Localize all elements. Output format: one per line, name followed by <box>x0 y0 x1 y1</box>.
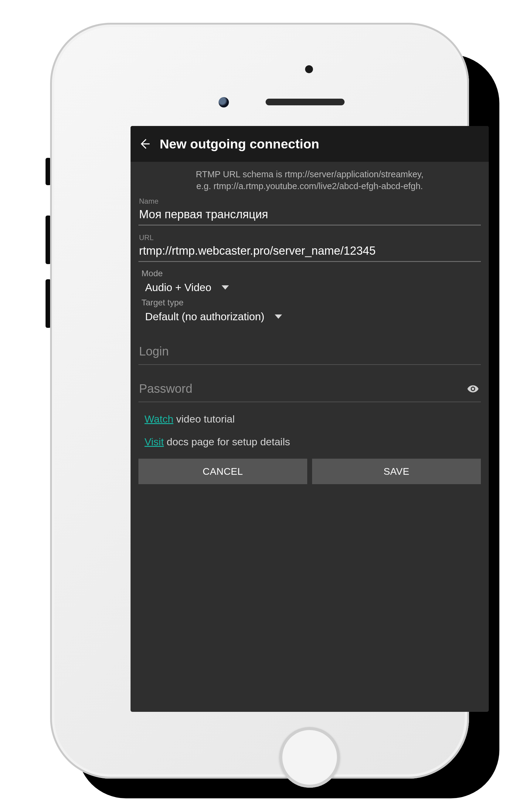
name-input[interactable] <box>138 205 481 226</box>
watch-rest: video tutorial <box>173 413 235 425</box>
proximity-sensor-icon <box>305 65 313 73</box>
url-label: URL <box>138 233 481 242</box>
login-input[interactable] <box>138 338 481 365</box>
name-field: Name <box>138 197 481 226</box>
visit-rest: docs page for setup details <box>164 436 290 447</box>
watch-link[interactable]: Watch <box>144 413 173 425</box>
mode-label: Mode <box>141 269 481 278</box>
caret-down-icon <box>222 285 229 290</box>
help-links: Watch video tutorial Visit docs page for… <box>138 402 481 448</box>
caret-down-icon <box>275 315 282 319</box>
target-type-value: Default (no authorization) <box>145 311 264 323</box>
back-arrow-icon[interactable] <box>138 137 151 150</box>
page-title: New outgoing connection <box>160 137 319 151</box>
appbar: New outgoing connection <box>131 126 489 162</box>
watch-tutorial-row: Watch video tutorial <box>144 413 478 425</box>
eye-icon[interactable] <box>466 382 480 396</box>
login-field <box>138 338 481 365</box>
name-label: Name <box>138 197 481 205</box>
visit-link[interactable]: Visit <box>144 436 164 447</box>
rtmp-hint: RTMP URL schema is rtmp://server/applica… <box>138 167 481 195</box>
cancel-button[interactable]: CANCEL <box>138 459 307 484</box>
target-type-select[interactable]: Target type Default (no authorization) <box>138 298 481 325</box>
mode-select[interactable]: Mode Audio + Video <box>138 269 481 296</box>
password-input[interactable] <box>138 375 481 402</box>
url-field: URL <box>138 233 481 262</box>
front-camera-icon <box>219 97 229 108</box>
target-type-label: Target type <box>141 298 481 308</box>
home-button[interactable] <box>279 727 340 788</box>
password-field <box>138 375 481 402</box>
app-screen: New outgoing connection RTMP URL schema … <box>131 126 489 712</box>
phone-frame: New outgoing connection RTMP URL schema … <box>50 23 469 779</box>
action-buttons: CANCEL SAVE <box>138 459 481 484</box>
save-button[interactable]: SAVE <box>312 459 481 484</box>
earpiece-speaker-icon <box>266 99 345 105</box>
hint-line-1: RTMP URL schema is rtmp://server/applica… <box>141 169 478 180</box>
mode-value: Audio + Video <box>145 281 211 293</box>
visit-docs-row: Visit docs page for setup details <box>144 436 478 448</box>
url-input[interactable] <box>138 242 481 262</box>
hint-line-2: e.g. rtmp://a.rtmp.youtube.com/live2/abc… <box>141 180 478 192</box>
